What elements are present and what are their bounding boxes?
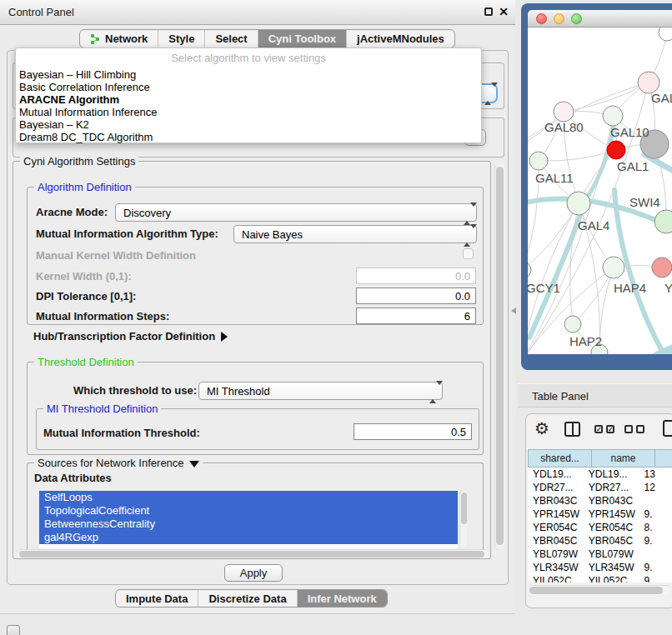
unchecked-box-icon xyxy=(636,425,644,433)
network-window-titlebar[interactable] xyxy=(528,10,672,28)
algorithm-option[interactable]: ARACNE Algorithm xyxy=(16,93,481,106)
mi-threshold-definition-group: MI Threshold Definition Mutual Informati… xyxy=(36,408,479,450)
algorithm-option[interactable]: Basic Correlation Inference xyxy=(16,81,481,93)
tab-jactivemnodules[interactable]: jActiveMNodules xyxy=(347,30,454,48)
mi-algorithm-type-value: Naive Bayes xyxy=(242,228,303,241)
deselect-all-icon[interactable] xyxy=(624,425,644,433)
close-traffic-light-icon[interactable] xyxy=(536,13,547,24)
settings-vertical-scrollbar-thumb[interactable] xyxy=(496,167,504,545)
table-cell xyxy=(639,494,672,508)
apply-button[interactable]: Apply xyxy=(224,564,283,582)
data-attribute-item[interactable]: SelfLoops xyxy=(39,491,458,504)
algorithm-option[interactable]: Bayesian – Hill Climbing xyxy=(16,68,481,81)
algorithm-option[interactable]: Bayesian – K2 xyxy=(16,118,481,131)
column-header-shared...[interactable]: shared... xyxy=(528,449,591,468)
table-row[interactable]: YDR27...YDR27...12 xyxy=(528,481,672,494)
table-row[interactable]: YLR345WYLR345W9. xyxy=(528,561,672,574)
table-cell: YDL19... xyxy=(528,468,584,481)
algorithm-option[interactable]: Dream8 DC_TDC Algorithm xyxy=(16,131,481,143)
kernel-width-field: 0.0 xyxy=(356,268,476,284)
sources-legend[interactable]: Sources for Network Inference xyxy=(34,457,203,469)
table-horizontal-scrollbar-thumb[interactable] xyxy=(529,587,663,594)
table-panel: ⚙ ✓ ✓ shared...name YDL19...YDL19...13YD… xyxy=(525,413,672,608)
table-cell: YIL052C xyxy=(584,574,639,582)
control-panel-tabbar: NetworkStyleSelectCyni ToolboxjActiveMNo… xyxy=(79,29,455,48)
network-node-swi4[interactable] xyxy=(654,210,672,233)
network-node-gal1[interactable] xyxy=(607,141,625,159)
network-edge[interactable] xyxy=(528,82,649,152)
splitter-collapse-icon[interactable] xyxy=(511,308,516,314)
column-header-name[interactable]: name xyxy=(591,449,654,468)
data-attribute-item[interactable]: TopologicalCoefficient xyxy=(39,504,458,518)
settings-horizontal-scrollbar-thumb[interactable] xyxy=(19,551,484,558)
minimize-traffic-light-icon[interactable] xyxy=(554,13,564,24)
aracne-mode-combo[interactable]: Discovery xyxy=(115,203,477,222)
combo-stepper-icon xyxy=(464,207,472,220)
mi-steps-field[interactable]: 6 xyxy=(356,308,476,324)
dpi-tolerance-field[interactable]: 0.0 xyxy=(356,288,476,304)
network-node-label: Y xyxy=(664,281,672,295)
tab-discretize-data[interactable]: Discretize Data xyxy=(198,590,297,607)
table-row[interactable]: YBL079WYBL079W xyxy=(528,548,672,561)
tab-select[interactable]: Select xyxy=(205,30,258,48)
mi-threshold-field[interactable]: 0.5 xyxy=(354,423,472,440)
kernel-width-label: Kernel Width (0,1): xyxy=(36,270,132,282)
table-icon[interactable] xyxy=(663,420,672,437)
tab-network[interactable]: Network xyxy=(80,30,158,48)
table-row[interactable]: YIL052CYIL052C9. xyxy=(528,574,672,582)
attributes-scrollbar[interactable] xyxy=(459,491,467,547)
table-horizontal-scrollbar[interactable] xyxy=(528,585,671,595)
settings-vertical-scrollbar[interactable] xyxy=(494,164,504,549)
screen: Control Panel ✕ NetworkStyleSelectCyni T… xyxy=(0,0,672,635)
network-node[interactable] xyxy=(659,28,672,41)
network-node-gal11[interactable] xyxy=(529,152,548,170)
table-cell: YBR043C xyxy=(528,494,584,508)
select-all-icon[interactable]: ✓ ✓ xyxy=(594,425,614,433)
expander-arrow-right-icon xyxy=(221,332,228,342)
algorithm-dropdown-popup: Select algorithm to view settings Bayesi… xyxy=(15,48,482,143)
network-node-hap4[interactable] xyxy=(603,257,624,278)
table-row[interactable]: YDL19...YDL19...13 xyxy=(528,468,672,481)
network-node-y[interactable] xyxy=(652,258,672,278)
mi-algorithm-type-combo[interactable]: Naive Bayes xyxy=(233,225,477,243)
columns-icon[interactable] xyxy=(564,422,580,437)
algorithm-option[interactable]: Mutual Information Inference xyxy=(16,106,481,118)
network-node-hap2[interactable] xyxy=(564,316,581,332)
attributes-scrollbar-thumb[interactable] xyxy=(461,492,467,524)
table-cell: 9. xyxy=(639,574,672,582)
hub-transcription-factor-expander[interactable]: Hub/Transcription Factor Definition xyxy=(33,330,228,342)
unchecked-box-icon xyxy=(624,425,633,433)
close-icon[interactable]: ✕ xyxy=(499,5,509,18)
checked-box-icon: ✓ xyxy=(606,425,614,433)
which-threshold-combo[interactable]: MI Threshold xyxy=(198,382,443,400)
tab-impute-data[interactable]: Impute Data xyxy=(116,590,198,607)
table-cell: 12 xyxy=(639,481,672,494)
table-row[interactable]: YBR045CYBR045C9. xyxy=(528,534,672,548)
tab-infer-network[interactable]: Infer Network xyxy=(298,590,387,607)
control-panel-title: Control Panel xyxy=(8,6,74,18)
data-attribute-item[interactable]: gal4RGexp xyxy=(39,531,458,544)
table-cell: YER054C xyxy=(528,521,584,534)
algorithm-dropdown-prompt: Select algorithm to view settings xyxy=(16,52,481,64)
table-row[interactable]: YER054CYER054C8. xyxy=(528,521,672,534)
network-node-gal10[interactable] xyxy=(603,106,623,126)
gear-icon[interactable]: ⚙ xyxy=(534,418,549,438)
network-node-gal4[interactable] xyxy=(567,192,590,215)
tab-style[interactable]: Style xyxy=(158,30,205,48)
threshold-definition-legend: Threshold Definition xyxy=(34,356,138,368)
checked-box-icon: ✓ xyxy=(594,425,603,433)
float-window-icon[interactable] xyxy=(484,8,493,16)
table-panel-title: Table Panel xyxy=(532,390,589,402)
data-attribute-item[interactable]: BetweennessCentrality xyxy=(39,518,458,531)
table-row[interactable]: YPR145WYPR145W9. xyxy=(528,508,672,521)
table-cell: YBR045C xyxy=(528,534,584,548)
tab-cyni-toolbox[interactable]: Cyni Toolbox xyxy=(258,30,347,48)
network-canvas[interactable]: GALGAL80GAL10GAL1GAL11SWI4GAL4GCY1HAP4YH… xyxy=(528,28,672,354)
zoom-traffic-light-icon[interactable] xyxy=(571,13,582,24)
table-row[interactable]: YBR043CYBR043C xyxy=(528,494,672,508)
column-header-clipped[interactable] xyxy=(654,449,672,468)
settings-horizontal-scrollbar[interactable] xyxy=(18,549,489,558)
network-node-gal80[interactable] xyxy=(554,102,574,122)
tab-label: Style xyxy=(168,32,194,45)
dock-panel-icon[interactable] xyxy=(7,625,20,635)
